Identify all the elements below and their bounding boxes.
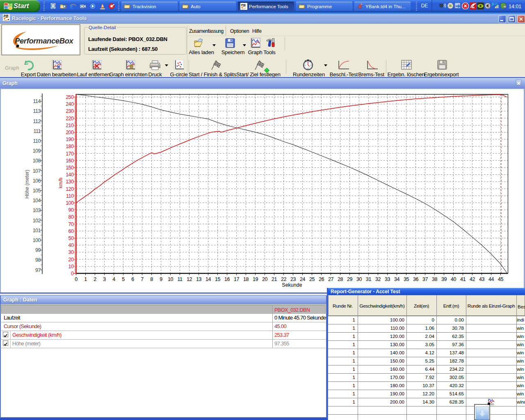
svg-text:190: 190 xyxy=(66,137,74,142)
svg-text:90: 90 xyxy=(68,207,74,213)
svg-text:23: 23 xyxy=(290,276,296,282)
svg-text:210: 210 xyxy=(66,123,74,128)
svg-text:5: 5 xyxy=(122,276,125,282)
svg-text:80: 80 xyxy=(68,214,74,220)
svg-text:22: 22 xyxy=(281,276,286,282)
svg-text:1: 1 xyxy=(84,276,87,282)
svg-text:4: 4 xyxy=(112,276,115,282)
svg-text:100: 100 xyxy=(66,200,74,206)
svg-text:109: 109 xyxy=(33,148,41,154)
svg-text:28: 28 xyxy=(338,276,343,282)
svg-text:43: 43 xyxy=(479,276,484,282)
svg-text:120: 120 xyxy=(66,186,74,192)
svg-text:29: 29 xyxy=(347,276,352,282)
svg-text:100: 100 xyxy=(33,237,41,243)
svg-text:250: 250 xyxy=(66,94,74,100)
svg-text:106: 106 xyxy=(33,178,41,184)
svg-text:102: 102 xyxy=(33,218,41,224)
svg-text:31: 31 xyxy=(366,276,371,282)
svg-text:27: 27 xyxy=(328,276,333,282)
svg-text:98: 98 xyxy=(35,257,41,263)
svg-text:Höhe (meter): Höhe (meter) xyxy=(24,170,30,199)
svg-text:34: 34 xyxy=(394,276,399,282)
svg-text:30: 30 xyxy=(356,276,362,282)
svg-text:50: 50 xyxy=(68,235,74,241)
svg-text:150: 150 xyxy=(66,165,74,171)
svg-text:103: 103 xyxy=(33,208,41,213)
svg-text:18: 18 xyxy=(243,276,249,282)
svg-text:e: e xyxy=(70,3,73,9)
svg-text:10: 10 xyxy=(168,276,173,282)
svg-text:112: 112 xyxy=(33,119,41,124)
svg-text:114: 114 xyxy=(33,98,41,104)
svg-text:170: 170 xyxy=(66,151,74,157)
svg-text:35: 35 xyxy=(404,276,409,282)
svg-text:9: 9 xyxy=(160,276,162,282)
svg-text:38: 38 xyxy=(432,276,437,282)
svg-text:200: 200 xyxy=(66,130,74,135)
svg-text:26: 26 xyxy=(319,276,324,282)
svg-text:13: 13 xyxy=(196,276,201,282)
svg-text:240: 240 xyxy=(66,101,74,107)
svg-text:0: 0 xyxy=(75,276,78,282)
svg-text:3: 3 xyxy=(103,276,106,282)
svg-text:20: 20 xyxy=(68,257,74,262)
svg-text:11: 11 xyxy=(178,276,183,282)
svg-text:20: 20 xyxy=(262,276,267,282)
svg-text:220: 220 xyxy=(66,116,74,121)
svg-text:110: 110 xyxy=(33,138,41,144)
svg-text:37: 37 xyxy=(422,276,428,282)
svg-text:230: 230 xyxy=(66,108,74,114)
svg-text:19: 19 xyxy=(253,276,258,282)
svg-text:25: 25 xyxy=(309,276,315,282)
svg-text:0: 0 xyxy=(71,271,74,276)
svg-text:8: 8 xyxy=(150,276,153,282)
svg-text:32: 32 xyxy=(375,276,381,282)
svg-text:36: 36 xyxy=(413,276,418,282)
svg-text:99: 99 xyxy=(35,247,41,253)
svg-text:42: 42 xyxy=(470,276,475,282)
svg-text:km/h: km/h xyxy=(58,178,64,188)
svg-text:97: 97 xyxy=(35,267,41,273)
svg-text:160: 160 xyxy=(66,158,74,164)
svg-text:44: 44 xyxy=(488,276,494,282)
svg-text:17: 17 xyxy=(234,276,239,282)
svg-text:108: 108 xyxy=(33,158,41,164)
svg-text:180: 180 xyxy=(66,144,74,149)
svg-text:2: 2 xyxy=(94,276,96,282)
svg-text:Sekunde: Sekunde xyxy=(282,282,302,288)
svg-text:21: 21 xyxy=(272,276,277,282)
svg-text:PerformanceBox: PerformanceBox xyxy=(15,37,74,45)
svg-text:P: P xyxy=(492,2,495,7)
svg-text:111: 111 xyxy=(33,128,41,134)
svg-text:41: 41 xyxy=(460,276,466,282)
svg-text:140: 140 xyxy=(66,172,74,178)
svg-text:30: 30 xyxy=(68,249,74,255)
svg-text:70: 70 xyxy=(68,221,74,227)
svg-text:24: 24 xyxy=(300,276,305,282)
svg-text:60: 60 xyxy=(68,228,74,234)
svg-text:130: 130 xyxy=(66,179,74,185)
svg-text:40: 40 xyxy=(451,276,456,282)
svg-text:12: 12 xyxy=(187,276,192,282)
svg-text:16: 16 xyxy=(224,276,230,282)
svg-text:10: 10 xyxy=(68,264,74,269)
svg-text:7: 7 xyxy=(141,276,144,282)
svg-text:101: 101 xyxy=(33,228,41,233)
svg-text:40: 40 xyxy=(68,242,74,248)
svg-text:33: 33 xyxy=(385,276,390,282)
svg-text:6: 6 xyxy=(131,276,134,282)
svg-text:113: 113 xyxy=(33,108,41,114)
svg-text:14: 14 xyxy=(205,276,211,282)
svg-text:107: 107 xyxy=(33,168,41,174)
svg-text:15: 15 xyxy=(215,276,220,282)
svg-text:104: 104 xyxy=(33,198,41,203)
svg-text:110: 110 xyxy=(66,193,74,199)
svg-text:39: 39 xyxy=(441,276,447,282)
svg-text:105: 105 xyxy=(33,188,41,194)
svg-text:45: 45 xyxy=(498,276,503,282)
